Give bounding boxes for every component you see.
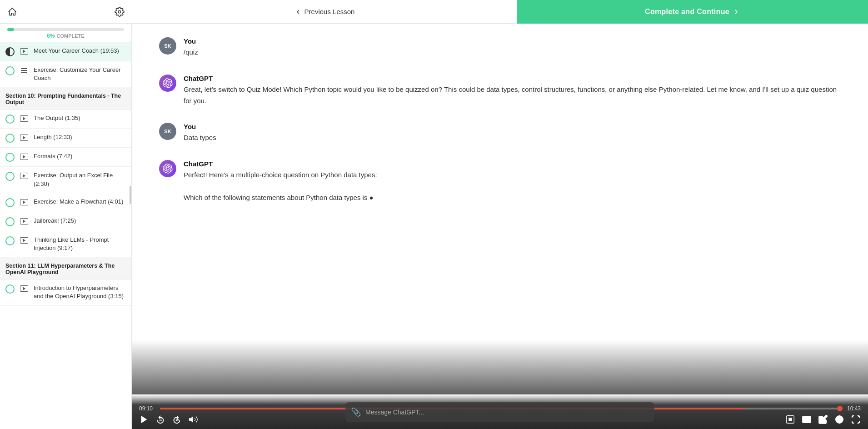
content-area: SK You /quiz ChatGPT Great, let's switch… xyxy=(132,24,868,429)
subtitles-button[interactable] xyxy=(802,414,812,424)
sidebar: 6% COMPLETE Meet Your Career Coach (19:5… xyxy=(0,24,132,429)
message-sender-1: You xyxy=(184,37,198,45)
prev-lesson-button[interactable]: Previous Lesson xyxy=(294,8,355,15)
video-icon-container xyxy=(19,198,29,206)
item-circle-empty xyxy=(5,198,15,207)
svg-text:10: 10 xyxy=(175,418,179,421)
sidebar-item-label: The Output (1:35) xyxy=(34,114,80,122)
message-content-1: You /quiz xyxy=(184,37,198,58)
sidebar-item-exercise-customize[interactable]: Exercise: Customize Your Career Coach xyxy=(0,61,131,87)
video-icon xyxy=(20,48,28,55)
sidebar-item-exercise-flowchart[interactable]: Exercise: Make a Flowchart (4:01) xyxy=(0,193,131,212)
section10-title: Section 10: Prompting Fundamentals - The… xyxy=(5,93,121,105)
sidebar-item-thinking-llms[interactable]: Thinking Like LLMs - Prompt Injection (9… xyxy=(0,231,131,257)
forward-icon: 10 xyxy=(172,414,182,424)
volume-button[interactable] xyxy=(188,414,198,424)
sidebar-item-label: Formats (7:42) xyxy=(34,152,72,160)
seek-bar-dot xyxy=(837,406,843,411)
fullscreen-icon xyxy=(851,414,861,424)
fullscreen-button[interactable] xyxy=(851,414,861,424)
message-content-2: ChatGPT Great, let's switch to Quiz Mode… xyxy=(184,75,841,107)
sidebar-item-label: Introduction to Hyperparameters and the … xyxy=(34,284,126,300)
rewind-button[interactable]: 10 xyxy=(155,414,165,424)
sidebar-item-formats[interactable]: Formats (7:42) xyxy=(0,148,131,167)
top-nav: Previous Lesson Complete and Continue xyxy=(0,0,868,24)
message-text-3: Data types xyxy=(184,132,216,144)
video-icon-container xyxy=(19,236,29,244)
pip-button[interactable] xyxy=(834,414,844,424)
progress-fill xyxy=(7,28,14,31)
home-icon xyxy=(7,7,17,17)
volume-icon xyxy=(188,414,198,424)
sidebar-item-the-output[interactable]: The Output (1:35) xyxy=(0,110,131,129)
main-layout: 6% COMPLETE Meet Your Career Coach (19:5… xyxy=(0,24,868,429)
sidebar-item-label: Exercise: Make a Flowchart (4:01) xyxy=(34,198,123,206)
video-icon xyxy=(20,115,28,122)
settings-button[interactable] xyxy=(115,7,125,17)
video-icon xyxy=(20,154,28,160)
video-icon-container xyxy=(19,153,29,161)
section10-header: Section 10: Prompting Fundamentals - The… xyxy=(0,87,131,110)
message-content-3: You Data types xyxy=(184,123,216,144)
section11-header: Section 11: LLM Hyperparameters & The Op… xyxy=(0,257,131,279)
item-circle-empty xyxy=(5,236,15,245)
complete-btn-inner[interactable]: Complete and Continue xyxy=(645,8,740,16)
message-text-4: Perfect! Here's a multiple-choice questi… xyxy=(184,170,377,203)
video-icon-container xyxy=(19,172,29,180)
prev-lesson-label: Previous Lesson xyxy=(304,8,355,15)
forward-button[interactable]: 10 xyxy=(172,414,182,424)
item-circle-empty xyxy=(5,115,15,124)
video-icon xyxy=(20,237,28,244)
text-icon-container xyxy=(19,66,29,75)
nav-left xyxy=(0,7,132,17)
chatgpt-avatar-2 xyxy=(159,160,176,177)
sidebar-item-meet-career-coach[interactable]: Meet Your Career Coach (19:53) xyxy=(0,42,131,61)
chatgpt-logo-icon-2 xyxy=(163,164,173,174)
attachment-icon[interactable]: 📎 xyxy=(351,407,361,417)
play-button[interactable] xyxy=(139,414,149,424)
text-icon xyxy=(21,68,27,73)
svg-marker-1 xyxy=(141,416,147,424)
play-icon xyxy=(139,414,149,424)
item-circle-half xyxy=(5,47,15,56)
item-circle-empty xyxy=(5,66,15,75)
edit-icon xyxy=(818,414,828,424)
nav-center: Previous Lesson xyxy=(132,8,517,15)
sidebar-item-label: Meet Your Career Coach (19:53) xyxy=(34,47,119,55)
message-block-1: SK You /quiz xyxy=(159,37,841,58)
edit-button[interactable] xyxy=(818,414,828,424)
svg-rect-7 xyxy=(803,416,811,423)
message-sender-3: You xyxy=(184,123,216,130)
sidebar-item-label: Exercise: Customize Your Career Coach xyxy=(34,66,126,82)
video-icon-container xyxy=(19,217,29,225)
sidebar-item-jailbreak[interactable]: Jailbreak! (7:25) xyxy=(0,212,131,231)
section11-title: Section 11: LLM Hyperparameters & The Op… xyxy=(5,263,115,275)
scrollbar[interactable] xyxy=(130,186,131,204)
video-icon xyxy=(20,135,28,141)
message-text-2: Great, let's switch to Quiz Mode! Which … xyxy=(184,84,841,107)
chevron-left-icon xyxy=(294,8,302,15)
home-button[interactable] xyxy=(7,7,17,17)
sidebar-item-intro-hyperparams[interactable]: Introduction to Hyperparameters and the … xyxy=(0,279,131,305)
video-icon-container xyxy=(19,284,29,293)
video-icon xyxy=(20,285,28,292)
complete-continue-button[interactable]: Complete and Continue xyxy=(517,0,868,24)
record-button[interactable] xyxy=(785,414,795,424)
user-avatar-label-2: SK xyxy=(164,129,171,134)
video-icon-container xyxy=(19,134,29,142)
sidebar-item-label: Length (12:33) xyxy=(34,133,72,141)
svg-rect-6 xyxy=(788,418,792,421)
progress-track xyxy=(7,28,124,31)
message-input-placeholder[interactable]: Message ChatGPT... xyxy=(365,409,649,416)
sidebar-item-exercise-excel[interactable]: Exercise: Output an Excel File (2:30) xyxy=(0,167,131,193)
message-sender-4: ChatGPT xyxy=(184,160,377,168)
progress-complete-label: COMPLETE xyxy=(57,33,85,39)
item-circle-empty xyxy=(5,134,15,143)
chevron-right-icon xyxy=(732,8,740,16)
chatgpt-avatar-1 xyxy=(159,75,176,92)
pip-icon xyxy=(834,414,844,424)
video-icon-container xyxy=(19,47,29,55)
user-avatar-2: SK xyxy=(159,123,176,140)
sidebar-item-length[interactable]: Length (12:33) xyxy=(0,129,131,148)
sidebar-item-label: Thinking Like LLMs - Prompt Injection (9… xyxy=(34,236,126,252)
